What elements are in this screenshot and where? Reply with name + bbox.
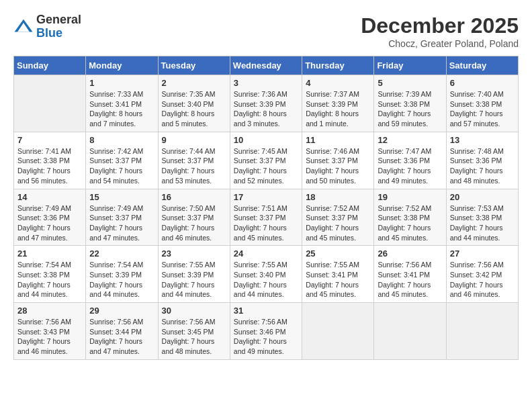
title-block: December 2025 Chocz, Greater Poland, Pol… — [361, 13, 519, 49]
day-number: 13 — [450, 135, 515, 145]
day-info: Sunrise: 7:33 AMSunset: 3:41 PMDaylight:… — [89, 89, 154, 129]
day-info: Sunrise: 7:55 AMSunset: 3:41 PMDaylight:… — [306, 260, 370, 300]
day-number: 27 — [450, 248, 515, 259]
day-info: Sunrise: 7:55 AMSunset: 3:40 PMDaylight:… — [234, 260, 298, 300]
calendar-cell: 26Sunrise: 7:56 AMSunset: 3:41 PMDayligh… — [374, 246, 446, 303]
day-number: 3 — [234, 78, 298, 88]
day-number: 4 — [306, 78, 370, 88]
day-info: Sunrise: 7:39 AMSunset: 3:38 PMDaylight:… — [378, 89, 442, 129]
calendar-cell — [302, 303, 374, 360]
day-number: 31 — [234, 306, 298, 316]
day-info: Sunrise: 7:56 AMSunset: 3:44 PMDaylight:… — [89, 317, 154, 357]
calendar-cell — [446, 303, 518, 360]
day-info: Sunrise: 7:51 AMSunset: 3:37 PMDaylight:… — [234, 203, 298, 243]
calendar-cell: 29Sunrise: 7:56 AMSunset: 3:44 PMDayligh… — [86, 303, 158, 360]
calendar-cell: 31Sunrise: 7:56 AMSunset: 3:46 PMDayligh… — [230, 303, 302, 360]
day-info: Sunrise: 7:36 AMSunset: 3:39 PMDaylight:… — [234, 89, 298, 129]
calendar-cell: 25Sunrise: 7:55 AMSunset: 3:41 PMDayligh… — [302, 246, 374, 303]
calendar-week-row: 21Sunrise: 7:54 AMSunset: 3:38 PMDayligh… — [14, 246, 519, 303]
day-info: Sunrise: 7:52 AMSunset: 3:38 PMDaylight:… — [378, 203, 442, 243]
calendar-header-row: SundayMondayTuesdayWednesdayThursdayFrid… — [14, 56, 519, 75]
day-number: 29 — [89, 306, 154, 316]
calendar-week-row: 7Sunrise: 7:41 AMSunset: 3:38 PMDaylight… — [14, 132, 519, 189]
calendar-cell: 24Sunrise: 7:55 AMSunset: 3:40 PMDayligh… — [230, 246, 302, 303]
day-number: 30 — [162, 306, 226, 316]
month-title: December 2025 — [361, 13, 519, 38]
calendar-cell: 23Sunrise: 7:55 AMSunset: 3:39 PMDayligh… — [158, 246, 230, 303]
page-header: General Blue December 2025 Chocz, Greate… — [13, 13, 519, 49]
day-info: Sunrise: 7:54 AMSunset: 3:38 PMDaylight:… — [17, 260, 82, 300]
calendar-cell — [374, 303, 446, 360]
calendar-cell: 21Sunrise: 7:54 AMSunset: 3:38 PMDayligh… — [14, 246, 86, 303]
calendar-cell: 15Sunrise: 7:49 AMSunset: 3:37 PMDayligh… — [86, 189, 158, 246]
calendar-cell: 20Sunrise: 7:53 AMSunset: 3:38 PMDayligh… — [446, 189, 518, 246]
day-number: 19 — [378, 192, 442, 202]
calendar-header-monday: Monday — [86, 56, 158, 75]
calendar-cell: 18Sunrise: 7:52 AMSunset: 3:37 PMDayligh… — [302, 189, 374, 246]
day-number: 14 — [17, 192, 82, 202]
location-text: Chocz, Greater Poland, Poland — [361, 38, 519, 49]
day-info: Sunrise: 7:35 AMSunset: 3:40 PMDaylight:… — [162, 89, 226, 129]
day-info: Sunrise: 7:53 AMSunset: 3:38 PMDaylight:… — [450, 203, 515, 243]
day-info: Sunrise: 7:37 AMSunset: 3:39 PMDaylight:… — [306, 89, 370, 129]
day-number: 24 — [234, 248, 298, 259]
day-info: Sunrise: 7:52 AMSunset: 3:37 PMDaylight:… — [306, 203, 370, 243]
day-info: Sunrise: 7:47 AMSunset: 3:36 PMDaylight:… — [378, 146, 442, 186]
day-info: Sunrise: 7:42 AMSunset: 3:37 PMDaylight:… — [89, 146, 154, 186]
day-number: 8 — [89, 135, 154, 145]
calendar-cell: 30Sunrise: 7:56 AMSunset: 3:45 PMDayligh… — [158, 303, 230, 360]
day-number: 18 — [306, 192, 370, 202]
calendar-cell: 7Sunrise: 7:41 AMSunset: 3:38 PMDaylight… — [14, 132, 86, 189]
day-info: Sunrise: 7:56 AMSunset: 3:45 PMDaylight:… — [162, 317, 226, 357]
calendar-cell: 11Sunrise: 7:46 AMSunset: 3:37 PMDayligh… — [302, 132, 374, 189]
calendar-header-thursday: Thursday — [302, 56, 374, 75]
logo-icon — [13, 17, 34, 37]
day-number: 1 — [89, 78, 154, 88]
calendar-cell: 22Sunrise: 7:54 AMSunset: 3:39 PMDayligh… — [86, 246, 158, 303]
day-info: Sunrise: 7:49 AMSunset: 3:37 PMDaylight:… — [89, 203, 154, 243]
day-info: Sunrise: 7:40 AMSunset: 3:38 PMDaylight:… — [450, 89, 515, 129]
calendar-week-row: 28Sunrise: 7:56 AMSunset: 3:43 PMDayligh… — [14, 303, 519, 360]
calendar-cell: 16Sunrise: 7:50 AMSunset: 3:37 PMDayligh… — [158, 189, 230, 246]
day-number: 9 — [162, 135, 226, 145]
calendar-cell: 5Sunrise: 7:39 AMSunset: 3:38 PMDaylight… — [374, 75, 446, 132]
logo-blue-text: Blue — [36, 27, 81, 40]
calendar-week-row: 1Sunrise: 7:33 AMSunset: 3:41 PMDaylight… — [14, 75, 519, 132]
calendar-cell: 4Sunrise: 7:37 AMSunset: 3:39 PMDaylight… — [302, 75, 374, 132]
calendar-cell: 13Sunrise: 7:48 AMSunset: 3:36 PMDayligh… — [446, 132, 518, 189]
calendar-cell: 3Sunrise: 7:36 AMSunset: 3:39 PMDaylight… — [230, 75, 302, 132]
logo: General Blue — [13, 13, 81, 40]
day-info: Sunrise: 7:45 AMSunset: 3:37 PMDaylight:… — [234, 146, 298, 186]
day-number: 2 — [162, 78, 226, 88]
day-number: 10 — [234, 135, 298, 145]
calendar-cell: 8Sunrise: 7:42 AMSunset: 3:37 PMDaylight… — [86, 132, 158, 189]
day-info: Sunrise: 7:56 AMSunset: 3:41 PMDaylight:… — [378, 260, 442, 300]
day-number: 16 — [162, 192, 226, 202]
day-info: Sunrise: 7:41 AMSunset: 3:38 PMDaylight:… — [17, 146, 82, 186]
calendar-cell: 14Sunrise: 7:49 AMSunset: 3:36 PMDayligh… — [14, 189, 86, 246]
day-number: 5 — [378, 78, 442, 88]
calendar-header-sunday: Sunday — [14, 56, 86, 75]
calendar-cell: 9Sunrise: 7:44 AMSunset: 3:37 PMDaylight… — [158, 132, 230, 189]
day-number: 22 — [89, 248, 154, 259]
calendar-cell — [14, 75, 86, 132]
calendar-week-row: 14Sunrise: 7:49 AMSunset: 3:36 PMDayligh… — [14, 189, 519, 246]
day-info: Sunrise: 7:48 AMSunset: 3:36 PMDaylight:… — [450, 146, 515, 186]
day-number: 28 — [17, 306, 82, 316]
day-info: Sunrise: 7:56 AMSunset: 3:46 PMDaylight:… — [234, 317, 298, 357]
day-number: 23 — [162, 248, 226, 259]
day-info: Sunrise: 7:44 AMSunset: 3:37 PMDaylight:… — [162, 146, 226, 186]
calendar-cell: 17Sunrise: 7:51 AMSunset: 3:37 PMDayligh… — [230, 189, 302, 246]
calendar-cell: 1Sunrise: 7:33 AMSunset: 3:41 PMDaylight… — [86, 75, 158, 132]
calendar-header-wednesday: Wednesday — [230, 56, 302, 75]
day-number: 12 — [378, 135, 442, 145]
calendar-cell: 2Sunrise: 7:35 AMSunset: 3:40 PMDaylight… — [158, 75, 230, 132]
day-number: 26 — [378, 248, 442, 259]
day-info: Sunrise: 7:55 AMSunset: 3:39 PMDaylight:… — [162, 260, 226, 300]
day-number: 25 — [306, 248, 370, 259]
day-info: Sunrise: 7:56 AMSunset: 3:42 PMDaylight:… — [450, 260, 515, 300]
calendar-header-saturday: Saturday — [446, 56, 518, 75]
day-info: Sunrise: 7:46 AMSunset: 3:37 PMDaylight:… — [306, 146, 370, 186]
calendar-header-tuesday: Tuesday — [158, 56, 230, 75]
calendar-cell: 6Sunrise: 7:40 AMSunset: 3:38 PMDaylight… — [446, 75, 518, 132]
